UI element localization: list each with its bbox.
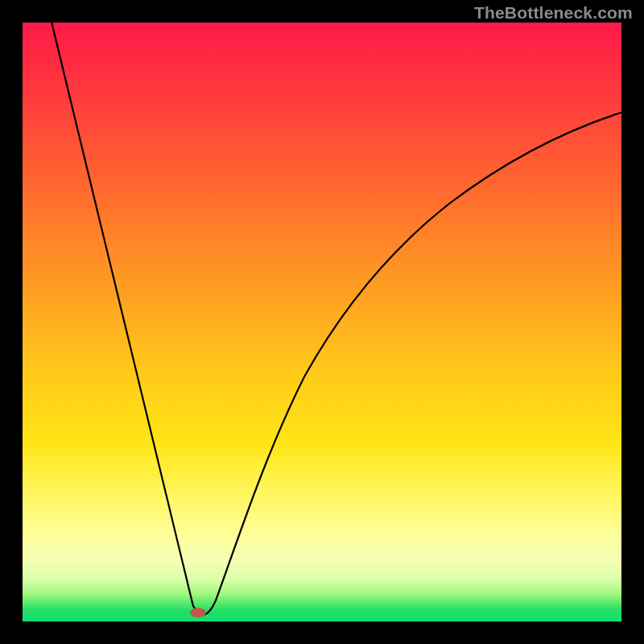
bottleneck-curve-line xyxy=(51,23,621,614)
minimum-marker-icon xyxy=(190,608,206,617)
watermark-text: TheBottleneck.com xyxy=(474,3,633,23)
chart-frame: TheBottleneck.com xyxy=(0,0,644,644)
curve-layer xyxy=(23,23,621,621)
plot-area xyxy=(23,23,621,621)
